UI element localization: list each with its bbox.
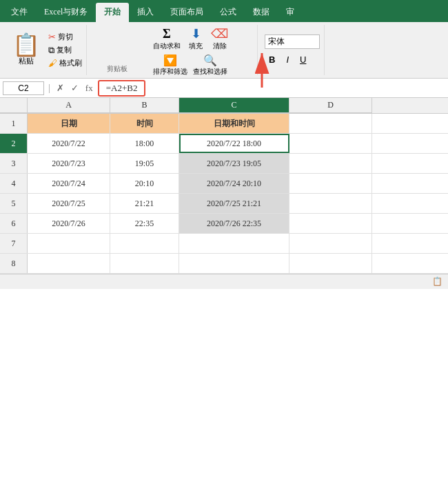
sort-filter-label: 排序和筛选 [153,67,187,77]
cell-c5[interactable]: 2020/7/25 21:21 [179,194,289,213]
autosum-label: 自动求和 [153,41,181,51]
cell-b2[interactable]: 18:00 [110,134,179,153]
row-num-2: 2 [0,134,28,153]
paste-button[interactable]: 📋 粘贴 [8,26,44,74]
table-row: 1 日期 时间 日期和时间 [0,114,448,134]
tab-review[interactable]: 审 [278,3,303,22]
cut-label: 剪切 [58,32,73,42]
cell-c4[interactable]: 2020/7/24 20:10 [179,174,289,193]
corner-icon-container [292,254,369,273]
table-row: 3 2020/7/23 19:05 2020/7/23 19:05 [0,154,448,174]
tab-excel-finance[interactable]: Excel与财务 [36,3,96,22]
clear-icon: ⌫ [211,26,228,41]
cell-c7[interactable] [179,234,289,253]
corner-paste-icon[interactable]: 📋 [432,277,442,287]
tab-home[interactable]: 开始 [96,3,129,22]
cell-b4[interactable]: 20:10 [110,174,179,193]
cell-a5[interactable]: 2020/7/25 [28,194,110,213]
cell-d7[interactable] [289,234,372,253]
clipboard-group-label: 剪贴板 [90,64,145,74]
autosum-button[interactable]: Σ 自动求和 [153,27,181,51]
row-num-4: 4 [0,174,28,193]
spreadsheet: A B C D 1 日期 时间 日期和时间 2 2020/7/22 18:00 … [0,98,448,274]
cell-d2[interactable] [289,134,372,153]
copy-icon: ⧉ [48,45,54,56]
row-num-1: 1 [0,114,28,133]
cell-c3[interactable]: 2020/7/23 19:05 [179,154,289,173]
status-bar: 📋 [0,274,448,289]
format-label: 格式刷 [59,58,82,68]
tab-file[interactable]: 文件 [3,3,36,22]
fx-icon[interactable]: fx [83,82,95,94]
cell-reference-input[interactable] [3,81,44,95]
tab-page-layout[interactable]: 页面布局 [162,3,212,22]
cell-a6[interactable]: 2020/7/26 [28,214,110,233]
col-header-b[interactable]: B [110,98,179,113]
row-num-8: 8 [0,254,28,273]
format-painter-icon: 🖌 [48,58,57,69]
sort-filter-icon: 🔽 [163,54,177,67]
cell-a7[interactable] [28,234,110,253]
cell-c8[interactable] [179,254,289,273]
cell-d4[interactable] [289,174,372,193]
cell-c2[interactable]: 2020/7/22 18:00 [179,134,289,153]
cancel-icon[interactable]: ✗ [54,82,66,94]
red-arrow-svg [207,46,345,101]
cell-a2[interactable]: 2020/7/22 [28,134,110,153]
row-num-3: 3 [0,154,28,173]
tab-insert[interactable]: 插入 [129,3,162,22]
formula-bar-divider: | [47,83,52,94]
clipboard-small-buttons: ✂ 剪切 ⧉ 复制 🖌 格式刷 [47,26,83,74]
cell-d6[interactable] [289,214,372,233]
cell-b1[interactable]: 时间 [110,114,179,133]
cell-b6[interactable]: 22:35 [110,214,179,233]
row-num-5: 5 [0,194,28,213]
group-clipboard: 📋 粘贴 ✂ 剪切 ⧉ 复制 🖌 格式刷 [6,25,87,75]
ribbon-tab-bar: 文件 Excel与财务 开始 插入 页面布局 公式 数据 审 [0,0,448,22]
cell-a1[interactable]: 日期 [28,114,110,133]
confirm-icon[interactable]: ✓ [69,82,81,94]
copy-label: 复制 [57,45,72,55]
cell-c1[interactable]: 日期和时间 [179,114,289,133]
tab-data[interactable]: 数据 [245,3,278,22]
sigma-icon: Σ [163,27,171,41]
table-row: 2 2020/7/22 18:00 2020/7/22 18:00 [0,134,448,154]
formula-display: =A2+B2 [98,80,146,97]
cell-b5[interactable]: 21:21 [110,194,179,213]
cut-button[interactable]: ✂ 剪切 [47,31,83,43]
format-painter-button[interactable]: 🖌 格式刷 [47,57,83,70]
corner-cell [0,98,28,113]
cell-d3[interactable] [289,154,372,173]
paste-icon: 📋 [12,34,40,56]
fill-icon: ⬇ [191,26,201,41]
cell-b8[interactable] [110,254,179,273]
cell-d5[interactable] [289,194,372,213]
row-num-7: 7 [0,234,28,253]
cell-b3[interactable]: 19:05 [110,154,179,173]
clipboard-group-label-container: 剪贴板 [90,25,145,75]
table-row: 7 [0,234,448,254]
table-row: 4 2020/7/24 20:10 2020/7/24 20:10 [0,174,448,194]
cell-a4[interactable]: 2020/7/24 [28,174,110,193]
sort-filter-button[interactable]: 🔽 排序和筛选 [153,54,187,77]
tab-formula[interactable]: 公式 [212,3,245,22]
fill-button[interactable]: ⬇ 填充 [189,26,203,51]
scissors-icon: ✂ [48,32,56,43]
table-row: 6 2020/7/26 22:35 2020/7/26 22:35 [0,214,448,234]
table-row: 5 2020/7/25 21:21 2020/7/25 21:21 [0,194,448,214]
cell-d8[interactable] [289,254,372,273]
cell-d1[interactable] [289,114,372,133]
row-num-6: 6 [0,214,28,233]
cell-b7[interactable] [110,234,179,253]
col-header-a[interactable]: A [28,98,110,113]
cell-a8[interactable] [28,254,110,273]
cell-c6[interactable]: 2020/7/26 22:35 [179,214,289,233]
fill-label: 填充 [189,41,203,51]
paste-label: 粘贴 [19,56,34,66]
copy-button[interactable]: ⧉ 复制 [47,44,83,57]
table-row: 8 [0,254,448,274]
cell-a3[interactable]: 2020/7/23 [28,154,110,173]
